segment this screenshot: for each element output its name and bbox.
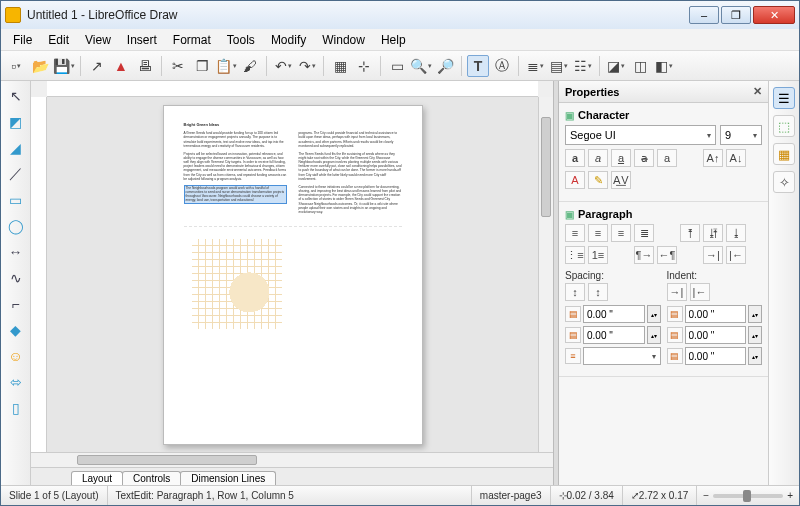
rail-navigator-icon[interactable]: ✧ (773, 171, 795, 193)
arrow-tool[interactable]: ↔ (5, 241, 27, 263)
above-space-input[interactable] (583, 305, 645, 323)
rect-tool[interactable]: ▭ (5, 189, 27, 211)
decrease-indent-button[interactable]: |← (726, 246, 746, 264)
indent-after-input[interactable] (685, 326, 747, 344)
block-arrows-tool[interactable]: ⬄ (5, 371, 27, 393)
stepper[interactable]: ▴▾ (748, 305, 762, 323)
zoom-slider[interactable] (713, 494, 783, 498)
filter-button[interactable]: ◧ (653, 55, 675, 77)
highlight-button[interactable]: ✎ (588, 171, 608, 189)
menu-file[interactable]: File (5, 31, 40, 49)
indent-before-input[interactable] (685, 305, 747, 323)
tab-controls[interactable]: Controls (122, 471, 181, 485)
export-pdf-button[interactable]: ▲ (110, 55, 132, 77)
select-tool[interactable]: ↖ (5, 85, 27, 107)
helplines-button[interactable]: ⊹ (353, 55, 375, 77)
align-right-button[interactable]: ≡ (611, 224, 631, 242)
shadow-char-button[interactable]: a (657, 149, 677, 167)
distribute-button[interactable]: ☷ (572, 55, 594, 77)
save-button[interactable]: 💾 (53, 55, 75, 77)
align-justify-button[interactable]: ≣ (634, 224, 654, 242)
rail-gallery-icon[interactable]: ▦ (773, 143, 795, 165)
spacing-dec-icon[interactable]: ↕ (588, 283, 608, 301)
clone-format-button[interactable]: 🖌 (239, 55, 261, 77)
valign-top-button[interactable]: ⭱ (680, 224, 700, 242)
crop-button[interactable]: ◫ (629, 55, 651, 77)
new-button[interactable]: ▫ (5, 55, 27, 77)
menu-help[interactable]: Help (373, 31, 414, 49)
stepper[interactable]: ▴▾ (647, 326, 661, 344)
undo-button[interactable]: ↶ (272, 55, 294, 77)
menu-edit[interactable]: Edit (40, 31, 77, 49)
arrange-button[interactable]: ▤ (548, 55, 570, 77)
valign-bot-button[interactable]: ⭳ (726, 224, 746, 242)
shadow-button[interactable]: ◪ (605, 55, 627, 77)
minimize-button[interactable]: – (689, 6, 719, 24)
print-button[interactable]: 🖶 (134, 55, 156, 77)
open-button[interactable]: 📂 (29, 55, 51, 77)
ruler-vertical[interactable] (31, 97, 47, 452)
char-spacing-button[interactable]: A͟V (611, 171, 631, 189)
paragraph-title[interactable]: Paragraph (565, 206, 762, 224)
stepper[interactable]: ▴▾ (748, 347, 762, 365)
underline-button[interactable]: a (611, 149, 631, 167)
increase-font-button[interactable]: A↑ (703, 149, 723, 167)
ltr-button[interactable]: ¶→ (634, 246, 654, 264)
character-title[interactable]: Character (565, 107, 762, 125)
stepper[interactable]: ▴▾ (748, 326, 762, 344)
numbering-button[interactable]: 1≡ (588, 246, 608, 264)
align-left-button[interactable]: ≡ (565, 224, 585, 242)
ellipse-tool[interactable]: ◯ (5, 215, 27, 237)
menu-modify[interactable]: Modify (263, 31, 314, 49)
bullets-button[interactable]: ⋮≡ (565, 246, 585, 264)
scrollbar-vertical[interactable] (538, 97, 553, 452)
line-spacing-combo[interactable]: ▾ (583, 347, 661, 365)
flowchart-tool[interactable]: ▯ (5, 397, 27, 419)
line-tool[interactable]: ／ (5, 163, 27, 185)
textbox-button[interactable]: T (467, 55, 489, 77)
stepper[interactable]: ▴▾ (647, 305, 661, 323)
tab-dimension-lines[interactable]: Dimension Lines (180, 471, 276, 485)
font-size-combo[interactable]: 9▾ (720, 125, 762, 145)
close-button[interactable]: ✕ (753, 6, 795, 24)
connector-tool[interactable]: ⌐ (5, 293, 27, 315)
status-master[interactable]: master-page3 (472, 486, 551, 505)
ruler-horizontal[interactable] (47, 81, 538, 97)
strike-button[interactable]: a̶ (634, 149, 654, 167)
below-space-input[interactable] (583, 326, 645, 344)
bold-button[interactable]: a (565, 149, 585, 167)
menu-window[interactable]: Window (314, 31, 373, 49)
redo-button[interactable]: ↷ (296, 55, 318, 77)
indent-inc-icon[interactable]: →| (667, 283, 687, 301)
cut-button[interactable]: ✂ (167, 55, 189, 77)
rtl-button[interactable]: ←¶ (657, 246, 677, 264)
export-button[interactable]: ↗ (86, 55, 108, 77)
italic-button[interactable]: a (588, 149, 608, 167)
align-center-button[interactable]: ≡ (588, 224, 608, 242)
line-color-tool[interactable]: ◩ (5, 111, 27, 133)
tab-layout[interactable]: Layout (71, 471, 123, 485)
rail-styles-icon[interactable]: ⬚ (773, 115, 795, 137)
increase-indent-button[interactable]: →| (703, 246, 723, 264)
maximize-button[interactable]: ❐ (721, 6, 751, 24)
menu-tools[interactable]: Tools (219, 31, 263, 49)
menu-view[interactable]: View (77, 31, 119, 49)
font-color-button[interactable]: A (565, 171, 585, 189)
valign-mid-button[interactable]: ⭿ (703, 224, 723, 242)
selected-text[interactable]: The Neighbourhoods program would work wi… (184, 185, 287, 204)
properties-close-icon[interactable]: ✕ (753, 85, 762, 98)
spacing-inc-icon[interactable]: ↕ (565, 283, 585, 301)
rail-properties-icon[interactable]: ☰ (773, 87, 795, 109)
menu-format[interactable]: Format (165, 31, 219, 49)
paste-button[interactable]: 📋 (215, 55, 237, 77)
fontwork-button[interactable]: Ⓐ (491, 55, 513, 77)
font-name-combo[interactable]: Segoe UI▾ (565, 125, 716, 145)
zoom-out-button[interactable]: − (703, 490, 709, 501)
zoom-in-button[interactable]: + (787, 490, 793, 501)
drawing-canvas[interactable]: Bright Green Ideas A Green Seeds fund wo… (47, 97, 538, 452)
indent-dec-icon[interactable]: |← (690, 283, 710, 301)
basic-shapes-tool[interactable]: ◆ (5, 319, 27, 341)
symbol-shapes-tool[interactable]: ☺ (5, 345, 27, 367)
scrollbar-horizontal[interactable] (47, 453, 553, 467)
decrease-font-button[interactable]: A↓ (726, 149, 746, 167)
